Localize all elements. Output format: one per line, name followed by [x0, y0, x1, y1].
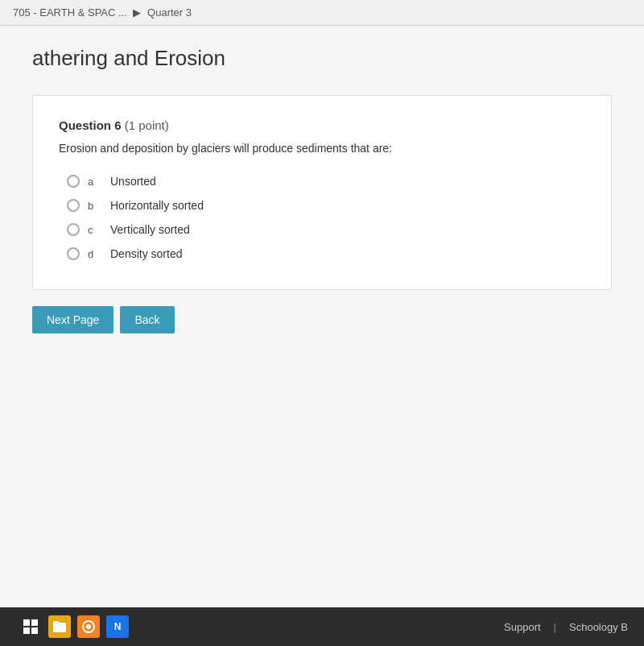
radio-a[interactable]: [67, 175, 80, 188]
option-text-d: Density sorted: [110, 247, 182, 260]
schoology-link[interactable]: Schoology B: [569, 621, 628, 633]
app-icon[interactable]: N: [106, 615, 129, 638]
question-header: Question 6 (1 point): [59, 118, 585, 132]
breadcrumb-section[interactable]: Quarter 3: [147, 6, 192, 19]
question-number: Question 6: [59, 118, 122, 132]
radio-b[interactable]: [67, 199, 80, 212]
main-content: athering and Erosion Question 6 (1 point…: [0, 26, 644, 607]
option-text-c: Vertically sorted: [110, 223, 190, 236]
svg-point-5: [86, 624, 91, 629]
question-text: Erosion and deposition by glaciers will …: [59, 140, 585, 157]
option-label-a: a: [88, 176, 97, 188]
option-item-a[interactable]: a Unsorted: [67, 175, 585, 188]
question-card: Question 6 (1 point) Erosion and deposit…: [32, 95, 612, 290]
page-title: athering and Erosion: [32, 42, 612, 71]
back-button[interactable]: Back: [120, 306, 174, 333]
breadcrumb-separator: ▶: [133, 6, 141, 19]
browser-icon[interactable]: [77, 615, 100, 638]
page-wrapper: 705 - EARTH & SPAC ... ▶ Quarter 3 ather…: [0, 0, 644, 646]
radio-d[interactable]: [67, 247, 80, 260]
folder-icon[interactable]: [48, 615, 71, 638]
option-text-a: Unsorted: [110, 175, 156, 188]
bottom-taskbar: N Support | Schoology B: [0, 607, 644, 646]
option-label-c: c: [88, 224, 97, 236]
breadcrumb: 705 - EARTH & SPAC ... ▶ Quarter 3: [13, 6, 631, 19]
breadcrumb-course[interactable]: 705 - EARTH & SPAC ...: [13, 6, 127, 19]
option-item-d[interactable]: d Density sorted: [67, 247, 585, 260]
taskbar-icons: N: [19, 615, 129, 638]
next-page-button[interactable]: Next Page: [32, 306, 114, 333]
option-label-d: d: [88, 248, 97, 260]
buttons-row: Next Page Back: [32, 306, 612, 333]
top-bar: 705 - EARTH & SPAC ... ▶ Quarter 3: [0, 0, 644, 26]
question-points: (1 point): [125, 118, 169, 132]
options-list: a Unsorted b Horizontally sorted c Verti…: [67, 175, 585, 260]
option-item-c[interactable]: c Vertically sorted: [67, 223, 585, 236]
svg-rect-1: [31, 619, 38, 626]
option-label-b: b: [88, 200, 97, 212]
svg-rect-2: [23, 627, 30, 634]
support-link[interactable]: Support: [504, 621, 541, 633]
svg-rect-3: [31, 627, 38, 634]
footer-divider: |: [554, 621, 556, 633]
windows-icon[interactable]: [19, 615, 42, 638]
option-text-b: Horizontally sorted: [110, 199, 204, 212]
radio-c[interactable]: [67, 223, 80, 236]
option-item-b[interactable]: b Horizontally sorted: [67, 199, 585, 212]
svg-rect-0: [23, 619, 30, 626]
